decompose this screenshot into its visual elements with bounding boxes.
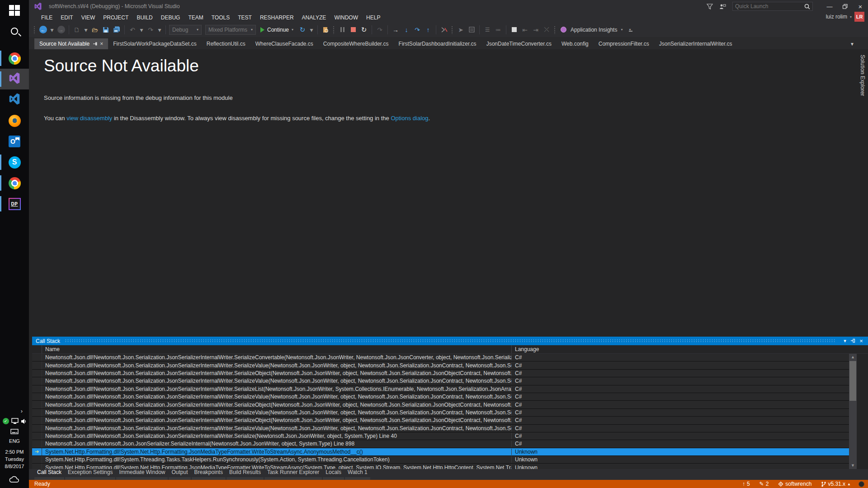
menu-item[interactable]: ANALYZE: [298, 14, 330, 22]
save-button[interactable]: [101, 25, 110, 35]
menu-item[interactable]: EDIT: [57, 14, 77, 22]
taskbar-outlook-button[interactable]: [0, 131, 29, 152]
navigate-forward-button[interactable]: →: [57, 25, 66, 35]
panel-drag-grip[interactable]: [65, 339, 836, 343]
options-dialog-link[interactable]: Options dialog: [391, 115, 428, 122]
call-stack-frame-row[interactable]: Newtonsoft.Json.dll!Newtonsoft.Json.Seri…: [32, 393, 849, 401]
call-stack-frame-row[interactable]: System.Net.Http.Formatting.dll!System.Th…: [32, 456, 849, 464]
document-tab[interactable]: JsonDateTimeConverter.cs ×: [481, 38, 557, 49]
minimize-button[interactable]: —: [822, 0, 837, 12]
document-tab[interactable]: ReflectionUtil.cs ×: [202, 38, 250, 49]
white-square-icon[interactable]: [509, 25, 519, 35]
apply-code-changes-button[interactable]: ↷: [375, 25, 384, 35]
taskbar-skype-button[interactable]: [0, 152, 29, 173]
panel-tab[interactable]: Output: [169, 469, 190, 476]
panel-tab[interactable]: Task Runner Explorer: [264, 469, 322, 476]
undo-button[interactable]: ↶: [128, 25, 137, 35]
call-stack-title-bar[interactable]: Call Stack ▾ ×: [32, 337, 868, 345]
redo-button[interactable]: ↷: [146, 25, 155, 35]
window-position-icon[interactable]: ▾: [841, 338, 849, 344]
menu-item[interactable]: VIEW: [77, 14, 99, 22]
menu-item[interactable]: TOOLS: [208, 14, 234, 22]
taskbar-visual-studio-blue-button[interactable]: [0, 89, 29, 110]
call-stack-frame-row[interactable]: Newtonsoft.Json.dll!Newtonsoft.Json.Seri…: [32, 401, 849, 408]
indent-decrease-icon[interactable]: ☰: [483, 25, 492, 35]
call-stack-frame-row[interactable]: Newtonsoft.Json.dll!Newtonsoft.Json.Seri…: [32, 361, 849, 369]
branch-indicator[interactable]: v5.31.x ▲: [821, 481, 851, 487]
user-avatar[interactable]: LR: [854, 12, 864, 22]
call-stack-frame-row[interactable]: Newtonsoft.Json.dll!Newtonsoft.Json.Json…: [32, 440, 849, 448]
notifications-icon[interactable]: [9, 475, 20, 483]
call-stack-frame-row[interactable]: Newtonsoft.Json.dll!Newtonsoft.Json.Seri…: [32, 385, 849, 393]
quick-launch-box[interactable]: [732, 2, 813, 11]
taskbar-chrome-button[interactable]: [0, 48, 29, 69]
menu-item[interactable]: PROJECT: [99, 14, 132, 22]
attach-to-process-button[interactable]: [321, 25, 330, 35]
application-insights-label[interactable]: Application Insights: [571, 27, 617, 33]
stop-debugging-button[interactable]: [349, 25, 358, 35]
scrollbar-thumb[interactable]: [849, 361, 856, 401]
document-tab[interactable]: Source Not Available ×: [34, 38, 108, 49]
tray-expand-chevron-icon[interactable]: ›: [0, 408, 29, 416]
code-map-button[interactable]: [467, 25, 476, 35]
open-file-button[interactable]: 🗁: [90, 25, 99, 35]
sync-status-icon[interactable]: ✓: [3, 418, 9, 424]
toggle-breakpoints-button[interactable]: [439, 25, 448, 35]
break-all-button[interactable]: [338, 25, 347, 35]
menu-item[interactable]: DEBUG: [157, 14, 184, 22]
panel-tab[interactable]: Immediate Window: [116, 469, 168, 476]
pointer-icon[interactable]: ➤: [456, 25, 465, 35]
scroll-down-icon[interactable]: ▼: [849, 462, 857, 469]
menu-item[interactable]: TEST: [234, 14, 256, 22]
menu-item[interactable]: RESHARPER: [256, 14, 298, 22]
toolbar-grip[interactable]: [451, 26, 453, 34]
step-over-button[interactable]: ↷: [413, 25, 422, 35]
call-stack-frame-row[interactable]: Newtonsoft.Json.dll!Newtonsoft.Json.Seri…: [32, 409, 849, 417]
document-tab[interactable]: CompressionFilter.cs ×: [594, 38, 654, 49]
toolbar-grip[interactable]: [554, 26, 556, 34]
notification-circle-icon[interactable]: [859, 481, 864, 487]
continue-button[interactable]: Continue ▾: [258, 24, 296, 35]
menu-item[interactable]: HELP: [362, 14, 384, 22]
user-dropdown-icon[interactable]: ▾: [850, 15, 852, 19]
document-tab[interactable]: FirstSolarWorkPackageDataSet.cs ×: [108, 38, 202, 49]
menu-item[interactable]: TEAM: [184, 14, 207, 22]
touch-keyboard-icon[interactable]: [10, 429, 19, 434]
column-header-name[interactable]: Name: [42, 345, 512, 353]
auto-hide-pin-icon[interactable]: [849, 338, 857, 344]
close-tab-icon[interactable]: ×: [100, 41, 103, 47]
solution-configurations-select[interactable]: Debug▾: [169, 25, 202, 35]
repository-indicator[interactable]: softwrench: [778, 481, 811, 487]
taskbar-visual-studio-button[interactable]: [0, 69, 29, 89]
application-insights-dropdown-icon[interactable]: ▾: [621, 28, 623, 32]
volume-icon[interactable]: [21, 418, 27, 424]
panel-tab[interactable]: Call Stack: [34, 469, 64, 476]
tab-list-chevron-icon[interactable]: ▼: [850, 42, 854, 47]
restore-button[interactable]: [837, 0, 853, 12]
navigate-backward-dropdown-icon[interactable]: ▾: [49, 25, 55, 35]
call-stack-frame-row[interactable]: System.Net.Http.Formatting.dll!System.Ne…: [32, 464, 849, 469]
indent-increase-icon[interactable]: ≔: [494, 25, 503, 35]
call-stack-scrollbar[interactable]: ▲ ▼: [849, 354, 857, 469]
step-into-button[interactable]: ↓: [402, 25, 411, 35]
redo-dropdown-icon[interactable]: ▾: [157, 25, 162, 35]
new-file-button[interactable]: 🗋: [72, 25, 81, 35]
navigate-next-gray-icon[interactable]: ⇥: [531, 25, 540, 35]
call-stack-frame-row[interactable]: Newtonsoft.Json.dll!Newtonsoft.Json.Seri…: [32, 354, 849, 361]
solution-platforms-select[interactable]: Mixed Platforms▾: [205, 25, 256, 35]
taskbar-chrome-2-button[interactable]: [0, 173, 29, 193]
close-gray-icon[interactable]: ⤬: [542, 25, 551, 35]
close-button[interactable]: ×: [853, 0, 868, 12]
refresh-button[interactable]: ↻: [298, 25, 307, 35]
document-tab[interactable]: Web.config ×: [557, 38, 594, 49]
call-stack-frame-row[interactable]: Newtonsoft.Json.dll!Newtonsoft.Json.Seri…: [32, 417, 849, 424]
close-panel-icon[interactable]: ×: [857, 338, 865, 344]
column-header-language[interactable]: Language: [512, 345, 539, 353]
navigate-back-gray-icon[interactable]: ⇤: [520, 25, 529, 35]
panel-tab[interactable]: Breakpoints: [192, 469, 226, 476]
show-next-statement-button[interactable]: →: [391, 25, 400, 35]
call-stack-frame-row[interactable]: Newtonsoft.Json.dll!Newtonsoft.Json.Seri…: [32, 377, 849, 385]
call-stack-frame-row[interactable]: Newtonsoft.Json.dll!Newtonsoft.Json.Seri…: [32, 425, 849, 432]
filter-icon[interactable]: [707, 4, 713, 9]
toolbar-grip[interactable]: [333, 26, 335, 34]
